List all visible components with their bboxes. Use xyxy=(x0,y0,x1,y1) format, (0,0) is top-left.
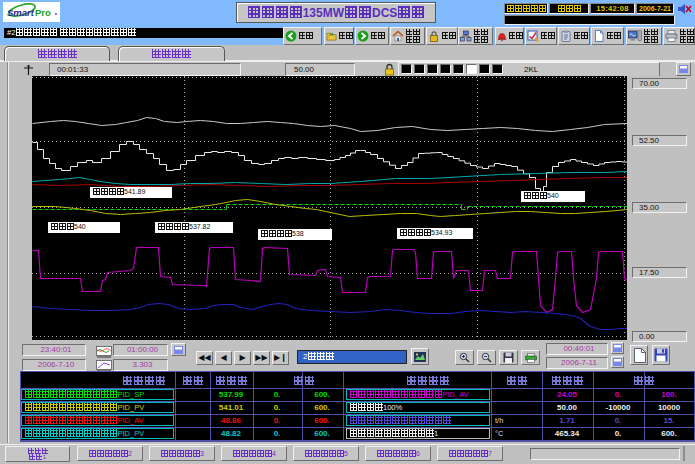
svg-text:Smart: Smart xyxy=(7,7,35,18)
svg-text:Pro: Pro xyxy=(35,7,51,18)
